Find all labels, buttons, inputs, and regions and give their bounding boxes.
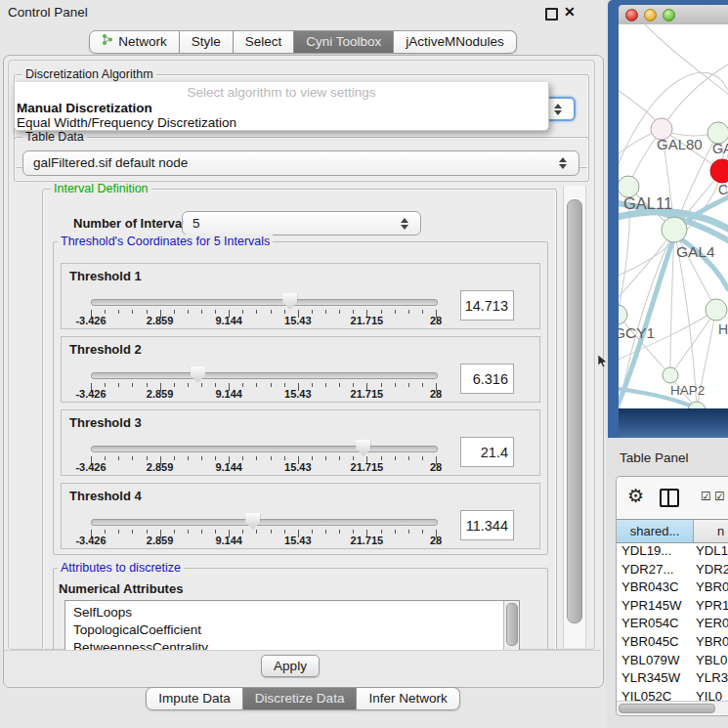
float-panel-icon[interactable] bbox=[545, 8, 558, 21]
threshold-value-field[interactable]: 14.713 bbox=[460, 290, 514, 321]
close-icon[interactable]: ✕ bbox=[564, 4, 576, 20]
network-edge[interactable] bbox=[645, 24, 728, 94]
zoom-traffic-light-icon[interactable] bbox=[663, 9, 675, 21]
cell-shared-name[interactable]: YER054C bbox=[617, 616, 693, 634]
cell-name[interactable]: YDR2 bbox=[693, 562, 728, 580]
table-data-combobox[interactable]: galFiltered.sif default node bbox=[22, 150, 579, 176]
slider-scale-label: 2.859 bbox=[147, 461, 174, 473]
slider-track[interactable] bbox=[91, 372, 438, 379]
cell-name[interactable]: YLR3 bbox=[693, 670, 728, 689]
tab-style[interactable]: Style bbox=[180, 30, 234, 54]
slider-thumb[interactable] bbox=[282, 293, 297, 310]
table-row[interactable]: YER054CYER0 bbox=[617, 616, 728, 634]
table-row[interactable]: YDR27...YDR2 bbox=[617, 562, 728, 580]
table-row[interactable]: YDL19...YDL1 bbox=[617, 543, 728, 562]
attribute-list-item[interactable]: TopologicalCoefficient bbox=[73, 621, 519, 639]
cell-name[interactable]: YDL1 bbox=[693, 543, 728, 562]
tab-network[interactable]: Network bbox=[89, 30, 180, 54]
attribute-list-item[interactable]: SelfLoops bbox=[73, 604, 519, 621]
attributes-scrollbar-thumb[interactable] bbox=[506, 603, 518, 646]
close-traffic-light-icon[interactable] bbox=[625, 9, 638, 21]
network-node[interactable] bbox=[688, 402, 706, 408]
slider-tick bbox=[242, 530, 243, 534]
cell-shared-name[interactable]: YBR043C bbox=[617, 579, 693, 598]
cell-shared-name[interactable]: YPR145W bbox=[617, 598, 693, 617]
algorithm-option-manual[interactable]: Manual Discretization bbox=[15, 101, 548, 115]
threshold-value-field[interactable]: 21.4 bbox=[460, 437, 514, 467]
slider-track[interactable] bbox=[91, 299, 438, 306]
threshold-value-field[interactable]: 6.316 bbox=[460, 364, 514, 394]
table-row[interactable]: YIL052CYIL0 bbox=[617, 689, 728, 701]
gear-icon[interactable]: ⚙ bbox=[627, 485, 644, 507]
minimize-traffic-light-icon[interactable] bbox=[644, 9, 657, 21]
slider-tick bbox=[312, 456, 313, 460]
table-row[interactable]: YBR045CYBR0 bbox=[617, 634, 728, 653]
table-row[interactable]: YBL079WYBL0 bbox=[617, 653, 728, 671]
network-edge[interactable] bbox=[662, 64, 728, 129]
table-rows: YDL19...YDL1YDR27...YDR2YBR043CYBR0YPR14… bbox=[617, 543, 728, 701]
cell-shared-name[interactable]: YBL079W bbox=[617, 653, 693, 671]
slider-tick bbox=[256, 383, 257, 387]
cell-name[interactable]: YBL0 bbox=[693, 653, 728, 671]
tab-discretize-data[interactable]: Discretize Data bbox=[243, 687, 358, 710]
cell-name[interactable]: YBR0 bbox=[693, 579, 728, 598]
table-row[interactable]: YLR345WYLR3 bbox=[617, 670, 728, 689]
algorithm-option-equal-width[interactable]: Equal Width/Frequency Discretization bbox=[15, 115, 548, 130]
main-scrollbar-thumb[interactable] bbox=[567, 199, 582, 623]
apply-button[interactable]: Apply bbox=[261, 655, 320, 677]
cell-name[interactable]: YPR1 bbox=[693, 598, 728, 617]
tab-label: Infer Network bbox=[368, 688, 447, 709]
table-row[interactable]: YPR145WYPR1 bbox=[617, 598, 728, 617]
threshold-value-field[interactable]: 11.344 bbox=[460, 510, 514, 540]
slider-scale-label: 28 bbox=[430, 461, 442, 473]
attribute-list-item[interactable]: BetweennessCentrality bbox=[73, 639, 519, 650]
network-node-h[interactable] bbox=[706, 299, 727, 321]
network-node-c[interactable] bbox=[710, 159, 728, 183]
slider-tick bbox=[325, 310, 326, 314]
slider-track[interactable] bbox=[91, 446, 438, 452]
tab-jactivemnodules[interactable]: jActiveMNodules bbox=[394, 30, 517, 54]
tab-impute-data[interactable]: Impute Data bbox=[146, 687, 243, 710]
tab-infer-network[interactable]: Infer Network bbox=[357, 687, 459, 710]
slider-scale-label: 2.859 bbox=[147, 315, 174, 326]
table-data-group: Table Data galFiltered.sif default node bbox=[14, 137, 589, 182]
network-node-gal4[interactable] bbox=[662, 217, 687, 242]
slider-thumb[interactable] bbox=[191, 366, 205, 383]
cell-name[interactable]: YER0 bbox=[693, 616, 728, 634]
column-header-shared-name[interactable]: shared... bbox=[617, 520, 694, 542]
slider-track[interactable] bbox=[91, 519, 438, 526]
checkbox-icon[interactable]: ☑ bbox=[714, 490, 725, 503]
cell-name[interactable]: YIL0 bbox=[693, 689, 728, 701]
number-of-intervals-combobox[interactable]: 5 bbox=[182, 211, 421, 236]
algorithm-prompt-item[interactable]: Select algorithm to view settings bbox=[15, 85, 548, 101]
tab-label: jActiveMNodules bbox=[406, 31, 504, 53]
cell-shared-name[interactable]: YDL19... bbox=[617, 543, 693, 562]
cell-shared-name[interactable]: YDR27... bbox=[617, 562, 693, 580]
slider-scale-label: 15.43 bbox=[284, 461, 312, 473]
checkbox-icon[interactable]: ☑ bbox=[701, 490, 711, 503]
network-canvas[interactable]: GAL80GACGAL11GAL4GCY1HHAP2 bbox=[619, 24, 728, 408]
attributes-scrollbar[interactable] bbox=[503, 601, 519, 650]
network-window-titlebar[interactable] bbox=[619, 5, 728, 25]
main-scrollbar[interactable] bbox=[563, 186, 586, 648]
cell-shared-name[interactable]: YLR345W bbox=[617, 670, 693, 689]
column-header-name[interactable]: n bbox=[694, 520, 728, 542]
network-node-gcy1[interactable] bbox=[619, 305, 627, 324]
table-hscrollbar[interactable] bbox=[617, 701, 728, 714]
slider-thumb[interactable] bbox=[245, 513, 260, 530]
network-node-hap2[interactable] bbox=[663, 367, 678, 383]
numerical-attributes-list[interactable]: SelfLoopsTopologicalCoefficientBetweenne… bbox=[64, 600, 520, 650]
slider-scale-label: 21.715 bbox=[351, 315, 384, 326]
tab-select[interactable]: Select bbox=[234, 30, 295, 54]
column-layout-icon[interactable] bbox=[660, 489, 679, 507]
slider-tick bbox=[381, 383, 382, 387]
table-hscrollbar-thumb[interactable] bbox=[619, 704, 715, 713]
tab-label: Network bbox=[118, 31, 167, 53]
slider-thumb[interactable] bbox=[356, 440, 370, 456]
cell-name[interactable]: YBR0 bbox=[693, 634, 728, 653]
cell-shared-name[interactable]: YIL052C bbox=[617, 689, 693, 701]
cell-shared-name[interactable]: YBR045C bbox=[617, 634, 693, 653]
slider-scale-label: 15.43 bbox=[284, 315, 312, 326]
table-row[interactable]: YBR043CYBR0 bbox=[617, 579, 728, 598]
tab-cyni-toolbox[interactable]: Cyni Toolbox bbox=[294, 30, 394, 54]
